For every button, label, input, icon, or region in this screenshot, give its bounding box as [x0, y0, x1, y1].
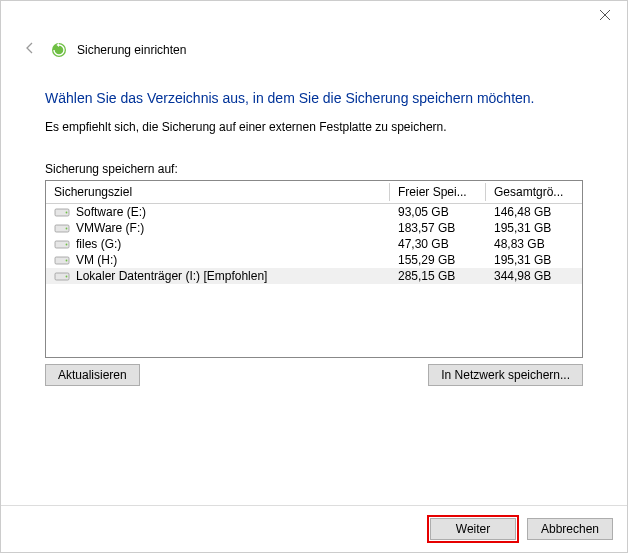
table-header-row: Sicherungsziel Freier Spei... Gesamtgrö.… — [46, 181, 582, 204]
col-total[interactable]: Gesamtgrö... — [486, 181, 582, 204]
close-button[interactable] — [583, 1, 627, 29]
table-row[interactable]: VMWare (F:)183,57 GB195,31 GB — [46, 220, 582, 236]
content-area: Wählen Sie das Verzeichnis aus, in dem S… — [1, 64, 627, 505]
col-target[interactable]: Sicherungsziel — [46, 181, 390, 204]
drive-total: 48,83 GB — [486, 236, 582, 252]
hard-drive-icon — [54, 254, 70, 266]
table-row[interactable]: Software (E:)93,05 GB146,48 GB — [46, 204, 582, 221]
footer: Weiter Abbrechen — [1, 505, 627, 552]
drive-free: 93,05 GB — [390, 204, 486, 221]
drive-name: VM (H:) — [76, 253, 117, 267]
drive-name: Software (E:) — [76, 205, 146, 219]
drive-name: Lokaler Datenträger (I:) [Empfohlen] — [76, 269, 267, 283]
drive-free: 183,57 GB — [390, 220, 486, 236]
svg-point-11 — [66, 260, 68, 262]
drive-free: 47,30 GB — [390, 236, 486, 252]
svg-point-5 — [66, 212, 68, 214]
col-free[interactable]: Freier Spei... — [390, 181, 486, 204]
next-button-highlight: Weiter — [427, 515, 519, 543]
svg-point-9 — [66, 244, 68, 246]
drive-name: VMWare (F:) — [76, 221, 144, 235]
mid-button-row: Aktualisieren In Netzwerk speichern... — [45, 364, 583, 386]
backup-setup-window: Sicherung einrichten Wählen Sie das Verz… — [0, 0, 628, 553]
table-row[interactable]: Lokaler Datenträger (I:) [Empfohlen]285,… — [46, 268, 582, 284]
table-row[interactable]: VM (H:)155,29 GB195,31 GB — [46, 252, 582, 268]
main-heading: Wählen Sie das Verzeichnis aus, in dem S… — [45, 90, 583, 106]
table-label: Sicherung speichern auf: — [45, 162, 583, 176]
back-arrow-icon[interactable] — [19, 39, 41, 60]
drive-total: 146,48 GB — [486, 204, 582, 221]
next-button[interactable]: Weiter — [430, 518, 516, 540]
drive-total: 344,98 GB — [486, 268, 582, 284]
save-network-button[interactable]: In Netzwerk speichern... — [428, 364, 583, 386]
header-row: Sicherung einrichten — [1, 33, 627, 64]
cancel-button[interactable]: Abbrechen — [527, 518, 613, 540]
sub-text: Es empfiehlt sich, die Sicherung auf ein… — [45, 120, 583, 134]
drive-total: 195,31 GB — [486, 252, 582, 268]
hard-drive-icon — [54, 238, 70, 250]
drive-free: 155,29 GB — [390, 252, 486, 268]
hard-drive-icon — [54, 270, 70, 282]
hard-drive-icon — [54, 222, 70, 234]
table-row[interactable]: files (G:)47,30 GB48,83 GB — [46, 236, 582, 252]
drive-table: Sicherungsziel Freier Spei... Gesamtgrö.… — [45, 180, 583, 358]
backup-header-icon — [51, 42, 67, 58]
titlebar — [1, 1, 627, 33]
svg-point-13 — [66, 276, 68, 278]
drive-total: 195,31 GB — [486, 220, 582, 236]
drive-name: files (G:) — [76, 237, 121, 251]
hard-drive-icon — [54, 206, 70, 218]
svg-point-7 — [66, 228, 68, 230]
refresh-button[interactable]: Aktualisieren — [45, 364, 140, 386]
drive-free: 285,15 GB — [390, 268, 486, 284]
close-icon — [600, 8, 610, 23]
window-title: Sicherung einrichten — [77, 43, 186, 57]
